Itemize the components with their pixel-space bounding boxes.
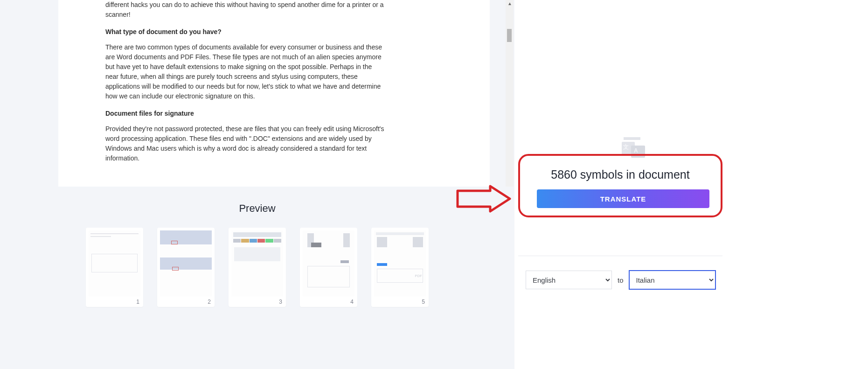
divider [518,256,722,256]
symbol-count: 5860 symbols in document [518,168,722,181]
language-row: English to Italian [526,271,722,289]
preview-thumbnails: 1 2 3 [0,228,514,307]
preview-title: Preview [0,202,514,215]
page-number: 5 [422,299,425,305]
paragraph-doc-type: There are two common types of documents … [105,42,385,101]
right-panel: A 文 5860 symbols in document TRANSLATE E… [514,0,868,369]
preview-section: Preview 1 2 [0,187,514,369]
page-number: 1 [136,299,139,305]
to-label: to [618,276,624,284]
scroll-up-icon[interactable]: ▲ [507,1,512,6]
arrow-annotation [456,184,512,213]
preview-page-1[interactable]: 1 [86,228,143,307]
preview-page-3[interactable]: 3 [229,228,286,307]
page-number: 4 [350,299,354,305]
heading-doc-sig: Document files for signature [105,109,385,118]
scroll-thumb[interactable] [507,29,512,42]
target-language-select[interactable]: Italian [629,271,715,289]
page-number: 2 [208,299,211,305]
preview-page-4[interactable]: 4 [300,228,357,307]
preview-page-2[interactable]: 2 [157,228,215,307]
translate-section: A 文 5860 symbols in document TRANSLATE E… [514,0,725,369]
document-content: different hacks you can do to achieve th… [105,0,385,171]
preview-page-5[interactable]: PDF 5 [371,228,429,307]
document-viewer: different hacks you can do to achieve th… [58,0,490,187]
page-number: 3 [279,299,282,305]
left-panel: different hacks you can do to achieve th… [0,0,514,369]
scrollbar[interactable]: ▲ [506,0,514,187]
translate-button[interactable]: TRANSLATE [537,189,709,208]
heading-doc-type: What type of document do you have? [105,27,385,37]
paragraph-intro: different hacks you can do to achieve th… [105,0,385,20]
source-language-select[interactable]: English [526,271,612,289]
paragraph-doc-sig: Provided they're not password protected,… [105,124,385,163]
